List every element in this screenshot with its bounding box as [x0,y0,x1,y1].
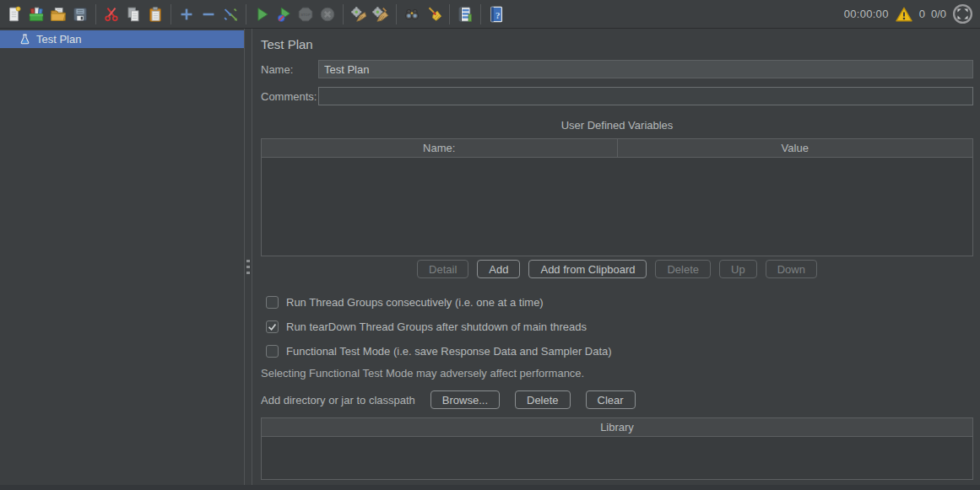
warning-indicator[interactable] [895,6,913,23]
name-input[interactable] [318,60,973,78]
toolbar-separator [246,4,246,24]
udv-table-header: Name: Value [262,139,972,158]
toolbar-separator [171,4,171,24]
check-row-functional-mode: Functional Test Mode (i.e. save Response… [261,345,973,358]
help-icon: ? [487,5,506,24]
collapse-all-button[interactable] [198,3,219,26]
search-button[interactable] [401,3,423,26]
comments-row: Comments: [261,87,973,105]
shutdown-icon [318,5,337,24]
toggle-button[interactable] [219,3,241,26]
run-options: Run Thread Groups consecutively (i.e. on… [261,296,973,358]
start-button[interactable] [251,3,273,26]
teardown-checkbox[interactable] [266,320,279,333]
stop-button[interactable]: STOP [295,3,317,26]
clear-classpath-button[interactable]: Clear [586,390,636,409]
comments-input[interactable] [318,87,973,105]
udv-table-body[interactable] [262,158,972,256]
expand-all-icon [177,5,196,24]
library-table: Library [261,417,973,480]
delete-classpath-button[interactable]: Delete [515,390,571,409]
detail-button[interactable]: Detail [417,260,468,278]
toggle-icon [221,5,240,24]
svg-text:STOP: STOP [300,12,311,16]
comments-label: Comments: [261,90,318,103]
browse-button[interactable]: Browse... [430,390,500,409]
test-plan-editor: Test Plan Name: Comments: User Defined V… [252,29,980,485]
open-file-icon [49,5,68,24]
open-file-button[interactable] [47,3,69,26]
shutdown-button[interactable] [317,3,338,26]
delete-variable-button[interactable]: Delete [655,260,711,278]
svg-text:?: ? [495,9,501,19]
search-reset-icon [425,5,443,24]
consecutive-checkbox[interactable] [266,296,279,309]
test-plan-tree: Test Plan [0,29,245,485]
new-file-icon [5,5,24,24]
tree-item-label: Test Plan [36,33,81,46]
save-icon [71,5,89,24]
check-row-consecutive: Run Thread Groups consecutively (i.e. on… [261,296,973,309]
paste-icon [146,5,165,24]
copy-icon [124,5,143,24]
panel-splitter[interactable] [245,29,252,485]
function-helper-icon [456,5,474,24]
running-threads-count: 0/0 [931,8,946,20]
function-helper-button[interactable] [454,3,476,26]
cut-icon [102,5,121,24]
help-button[interactable]: ? [485,3,507,26]
window-bottom-edge [0,485,980,490]
cut-button[interactable] [100,3,122,26]
toolbar-separator [396,4,397,24]
up-button[interactable]: Up [719,260,757,278]
classpath-row: Add directory or jar to classpath Browse… [261,390,973,409]
search-reset-button[interactable] [423,3,445,26]
start-no-pauses-button[interactable] [273,3,295,26]
copy-button[interactable] [122,3,144,26]
expand-all-button[interactable] [176,3,198,26]
templates-button[interactable] [25,3,47,26]
log-error-count: 0 [919,8,925,20]
paste-button[interactable] [144,3,166,26]
collapse-all-icon [199,5,218,24]
functional-mode-checkbox[interactable] [266,345,279,358]
udv-col-value: Value [617,139,973,157]
new-file-button[interactable] [3,3,25,26]
clear-icon [349,5,368,24]
clear-all-icon [371,5,390,24]
toolbar: STOP ? 00:00:00 0 0/0 [0,0,980,29]
functional-mode-note: Selecting Functional Test Mode may adver… [261,367,973,380]
thread-status-icon [952,3,973,24]
library-table-header: Library [262,418,972,437]
clear-button[interactable] [348,3,370,26]
name-row: Name: [261,60,973,78]
templates-icon [27,5,46,24]
library-col: Library [262,418,972,436]
stop-icon: STOP [296,5,315,24]
add-button[interactable]: Add [477,260,520,278]
toolbar-separator [480,4,481,24]
udv-button-row: Detail Add Add from Clipboard Delete Up … [261,260,973,278]
classpath-label: Add directory or jar to classpath [261,394,415,407]
toolbar-separator [95,4,96,24]
save-button[interactable] [69,3,91,26]
checkbox-label: Run tearDown Thread Groups after shutdow… [286,320,587,333]
toolbar-status-area: 00:00:00 0 0/0 [844,3,973,24]
test-plan-flask-icon [19,33,31,46]
library-table-body[interactable] [262,437,972,479]
down-button[interactable]: Down [766,260,817,278]
udv-col-name: Name: [262,139,617,157]
search-icon [403,5,421,24]
add-from-clipboard-button[interactable]: Add from Clipboard [528,260,647,278]
page-title: Test Plan [261,37,973,51]
check-row-teardown: Run tearDown Thread Groups after shutdow… [261,320,973,333]
splitter-grip-icon[interactable] [246,260,250,274]
toolbar-separator [449,4,450,24]
start-no-pauses-icon [274,5,293,24]
clear-all-button[interactable] [370,3,392,26]
checkbox-label: Run Thread Groups consecutively (i.e. on… [286,296,544,309]
udv-title: User Defined Variables [261,119,973,132]
start-icon [252,5,271,24]
elapsed-timer: 00:00:00 [844,8,889,20]
tree-item-test-plan[interactable]: Test Plan [0,30,244,48]
